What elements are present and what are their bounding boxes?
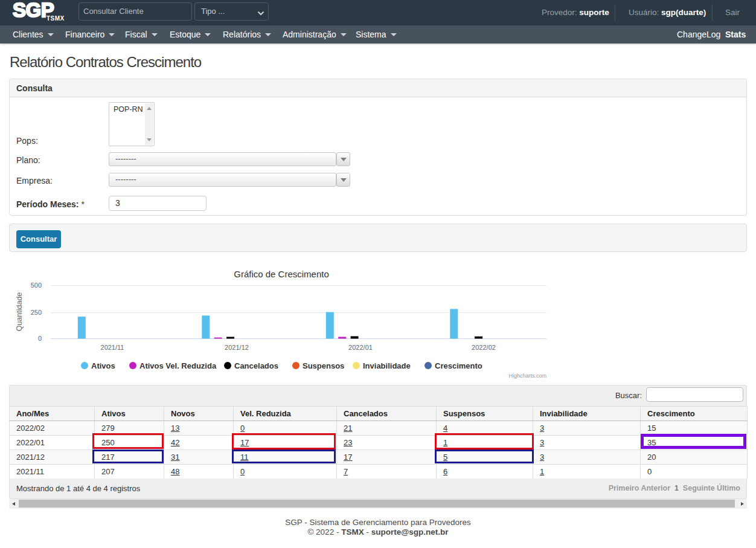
svg-text:Inviabilidade: Inviabilidade	[363, 361, 411, 370]
svg-text:2022/01: 2022/01	[348, 344, 373, 351]
svg-text:Crescimento: Crescimento	[435, 361, 482, 370]
svg-text:0: 0	[38, 335, 42, 342]
svg-text:2022/02: 2022/02	[472, 344, 496, 351]
svg-text:Quantidade: Quantidade	[15, 292, 24, 332]
svg-text:Highcharts.com: Highcharts.com	[508, 373, 546, 379]
svg-text:Gráfico de Crescimento: Gráfico de Crescimento	[234, 269, 329, 279]
svg-text:2021/12: 2021/12	[225, 344, 249, 351]
svg-text:Ativos: Ativos	[91, 361, 115, 370]
svg-text:250: 250	[31, 309, 42, 316]
svg-text:500: 500	[31, 282, 42, 289]
svg-text:Ativos Vel. Reduzida: Ativos Vel. Reduzida	[139, 361, 217, 370]
svg-text:Cancelados: Cancelados	[234, 361, 278, 370]
svg-text:Suspensos: Suspensos	[303, 361, 344, 370]
svg-text:2021/11: 2021/11	[101, 344, 124, 351]
